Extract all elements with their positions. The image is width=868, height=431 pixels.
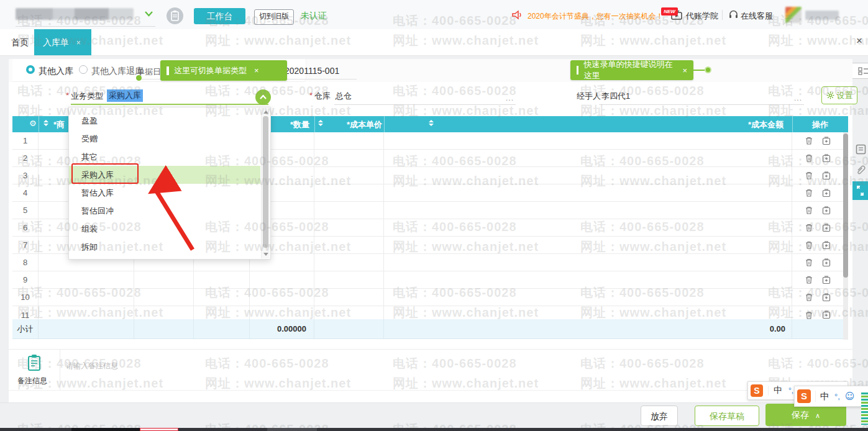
tab-inbound-order[interactable]: 入库单 × — [34, 29, 91, 55]
row-input-cell[interactable] — [384, 289, 792, 306]
insert-row-icon[interactable] — [822, 224, 831, 232]
dropdown-scrollbar[interactable] — [261, 108, 270, 258]
tab-home[interactable]: 首页 — [11, 37, 29, 48]
row-input-cell[interactable] — [314, 289, 384, 306]
row-input-cell[interactable] — [314, 254, 384, 271]
dropdown-item[interactable]: 受赠 — [69, 130, 260, 148]
notes-panel-icon[interactable] — [856, 144, 866, 155]
save-caret-icon[interactable]: ∧ — [815, 412, 820, 419]
row-input-cell[interactable] — [250, 306, 314, 319]
column-settings-gear-icon[interactable]: ⚙ — [29, 119, 37, 128]
insert-row-icon[interactable] — [822, 137, 831, 145]
remark-input[interactable]: 请输入备注信息 — [66, 361, 118, 371]
insert-row-icon[interactable] — [822, 293, 831, 302]
radio-other-inbound-return[interactable] — [79, 65, 88, 74]
ime-bar-front[interactable]: S 中 °, ☺ — [794, 386, 868, 407]
row-input-cell[interactable] — [250, 289, 314, 306]
doc-number[interactable]: 20201115-001 — [285, 66, 339, 76]
table-scrollbar-thumb[interactable] — [843, 134, 848, 278]
row-input-cell[interactable] — [250, 271, 314, 288]
dropdown-item[interactable]: 盘盈 — [69, 112, 260, 130]
row-input-cell[interactable] — [314, 150, 384, 166]
dropdown-item[interactable]: 组装 — [69, 220, 260, 238]
warehouse-value[interactable]: 总仓 — [336, 91, 352, 102]
row-input-cell[interactable] — [134, 271, 194, 288]
delete-row-icon[interactable] — [805, 153, 813, 163]
delete-row-icon[interactable] — [805, 240, 813, 250]
warehouse-more-icon[interactable]: ... — [506, 94, 514, 102]
delete-row-icon[interactable] — [805, 258, 813, 267]
online-service-link[interactable]: 在线客服 — [741, 11, 773, 22]
tooltip-left-close-icon[interactable]: × — [254, 66, 259, 75]
row-input-cell[interactable] — [39, 271, 134, 288]
row-input-cell[interactable] — [194, 289, 250, 306]
row-input-cell[interactable] — [384, 184, 792, 201]
biz-type-value[interactable]: 采购入库 — [107, 89, 143, 102]
switch-old-version-button[interactable]: 切到旧版 — [254, 9, 294, 25]
row-input-cell[interactable] — [194, 271, 250, 288]
ime-lang-toggle[interactable]: 中 — [774, 385, 782, 396]
view-toggle-form[interactable] — [851, 63, 868, 79]
insert-row-icon[interactable] — [822, 154, 831, 163]
insert-row-icon[interactable] — [822, 241, 831, 250]
radio-other-inbound[interactable] — [26, 65, 35, 74]
row-input-cell[interactable] — [384, 271, 792, 288]
sort-unit-cost[interactable] — [429, 120, 434, 126]
company-name-blurred[interactable] — [16, 8, 134, 20]
ime-punct-toggle[interactable]: °, — [788, 386, 793, 395]
delete-row-icon[interactable] — [805, 206, 813, 215]
row-input-cell[interactable] — [314, 167, 384, 184]
scroll-up-arrow[interactable] — [263, 111, 268, 114]
insert-row-icon[interactable] — [822, 311, 831, 319]
row-input-cell[interactable] — [134, 289, 194, 306]
header-amount[interactable]: *成本金额 — [687, 119, 783, 130]
insert-row-icon[interactable] — [822, 276, 831, 284]
row-input-cell[interactable] — [384, 202, 792, 219]
handler-value[interactable]: 李四代1 — [601, 91, 630, 102]
delete-row-icon[interactable] — [805, 275, 813, 284]
row-input-cell[interactable] — [314, 219, 384, 236]
row-input-cell[interactable] — [384, 167, 792, 184]
academy-link[interactable]: 代账学院 — [686, 11, 718, 22]
ime-lang-toggle[interactable]: 中 — [820, 391, 829, 402]
row-input-cell[interactable] — [39, 306, 134, 319]
row-input-cell[interactable] — [384, 237, 792, 253]
attachment-paperclip-icon[interactable] — [856, 165, 866, 175]
dropdown-item[interactable]: 拆卸 — [69, 238, 260, 256]
row-input-cell[interactable] — [384, 219, 792, 236]
announcement-text[interactable]: 2020年会计节盛典，您有一次抽奖机会！ — [528, 11, 664, 22]
row-input-cell[interactable] — [314, 271, 384, 288]
insert-row-icon[interactable] — [822, 206, 831, 215]
delete-row-icon[interactable] — [805, 311, 813, 320]
tab-close-icon[interactable]: × — [76, 39, 81, 47]
collapse-circle-button[interactable] — [255, 89, 271, 105]
row-input-cell[interactable] — [314, 132, 384, 149]
delete-row-icon[interactable] — [805, 188, 813, 197]
dropdown-scrollbar-thumb[interactable] — [263, 116, 268, 248]
save-draft-button[interactable]: 保存草稿 — [695, 406, 759, 426]
dropdown-item[interactable]: 暂估入库 — [69, 184, 260, 202]
expand-panel-button[interactable] — [852, 181, 868, 200]
chevron-down-icon[interactable] — [144, 11, 153, 17]
dropdown-item[interactable]: 采购入库 — [69, 166, 260, 184]
avatar[interactable] — [785, 7, 802, 23]
row-input-cell[interactable] — [384, 254, 792, 271]
not-certified-label[interactable]: 未认证 — [301, 11, 327, 22]
row-input-cell[interactable] — [314, 306, 384, 319]
delete-row-icon[interactable] — [805, 293, 813, 302]
ime-logo-icon[interactable]: S — [751, 384, 763, 397]
ime-smiley-icon[interactable]: ☺ — [845, 391, 855, 402]
delete-row-icon[interactable] — [805, 171, 813, 180]
table-scrollbar[interactable] — [843, 132, 848, 340]
header-product[interactable]: *商 — [53, 119, 65, 130]
dropdown-item[interactable]: 暂估回冲 — [69, 202, 260, 220]
row-input-cell[interactable] — [314, 184, 384, 201]
ime-punct-toggle[interactable]: °, — [834, 392, 840, 401]
ime-logo-icon[interactable]: S — [797, 389, 811, 403]
sort-product[interactable] — [43, 120, 48, 126]
insert-row-icon[interactable] — [822, 171, 831, 180]
row-input-cell[interactable] — [194, 306, 250, 319]
header-unit-cost[interactable]: *成本单价 — [347, 119, 382, 130]
handler-more-icon[interactable]: ... — [794, 94, 802, 102]
settings-button[interactable]: 设置 — [821, 86, 857, 104]
